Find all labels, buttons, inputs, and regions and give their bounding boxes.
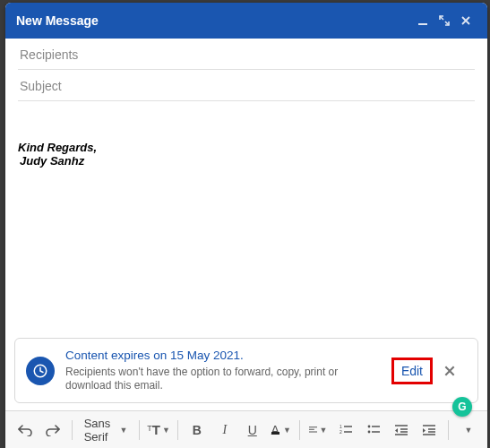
undo-icon — [18, 424, 32, 436]
align-button[interactable]: ▼ — [305, 418, 331, 443]
chevron-down-icon: ▼ — [119, 426, 127, 435]
align-left-icon — [309, 425, 317, 435]
recipients-row[interactable] — [18, 39, 475, 70]
grammarly-icon: G — [458, 401, 466, 413]
redo-icon — [46, 424, 60, 436]
confidential-edit-button[interactable]: Edit — [391, 358, 433, 384]
confidential-dismiss-button[interactable] — [443, 365, 467, 377]
bulleted-list-icon — [367, 425, 380, 435]
expand-icon — [439, 15, 450, 26]
close-button[interactable] — [455, 10, 477, 31]
bold-button[interactable]: B — [185, 418, 210, 443]
close-icon — [460, 15, 471, 26]
indent-less-button[interactable] — [389, 418, 414, 443]
font-family-label: Sans Serif — [84, 417, 115, 444]
chevron-down-icon: ▼ — [319, 426, 327, 435]
underline-button[interactable]: U — [240, 418, 265, 443]
svg-rect-0 — [418, 23, 427, 25]
bulleted-list-button[interactable] — [361, 418, 386, 443]
svg-point-5 — [368, 430, 371, 433]
message-body[interactable]: Kind Regards, Judy Sanhz — [5, 101, 487, 338]
minimize-icon — [417, 15, 428, 26]
confidential-mode-banner: Content expires on 15 May 2021. Recipien… — [14, 338, 478, 403]
subject-input[interactable] — [20, 79, 473, 93]
text-color-button[interactable]: A ▼ — [268, 418, 293, 443]
svg-point-4 — [368, 425, 371, 427]
compose-titlebar: New Message — [5, 3, 487, 39]
italic-button[interactable]: I — [212, 418, 237, 443]
chevron-down-icon: ▼ — [465, 426, 473, 435]
recipients-input[interactable] — [20, 47, 473, 62]
clock-lock-icon — [32, 363, 48, 379]
compose-window: New Message Kind Regards, Judy Sanhz — [5, 3, 487, 448]
numbered-list-icon: 12 — [340, 425, 352, 435]
fullscreen-button[interactable] — [434, 10, 455, 31]
confidential-icon — [26, 357, 55, 385]
chevron-down-icon: ▼ — [283, 426, 291, 435]
subject-row[interactable] — [18, 70, 475, 101]
indent-increase-icon — [423, 425, 435, 435]
numbered-list-button[interactable]: 12 — [333, 418, 358, 443]
minimize-button[interactable] — [412, 10, 434, 31]
undo-button[interactable] — [13, 418, 38, 443]
grammarly-badge[interactable]: G — [452, 397, 472, 417]
indent-more-button[interactable] — [417, 418, 442, 443]
confidential-title: Content expires on 15 May 2021. — [65, 348, 381, 364]
more-formatting-button[interactable]: ▼ — [455, 418, 480, 443]
signature-line-2: Judy Sanhz — [20, 154, 475, 168]
confidential-text: Content expires on 15 May 2021. Recipien… — [65, 348, 381, 393]
font-family-select[interactable]: Sans Serif ▼ — [79, 417, 133, 444]
svg-text:2: 2 — [340, 429, 342, 435]
indent-decrease-icon — [395, 425, 408, 435]
formatting-toolbar: Sans Serif ▼ TT ▼ B I U A ▼ ▼ 12 — [5, 410, 487, 448]
confidential-desc: Recipients won't have the option to forw… — [65, 366, 381, 393]
signature-line-1: Kind Regards, — [18, 141, 475, 154]
redo-button[interactable] — [40, 418, 65, 443]
header-fields — [5, 39, 487, 101]
chevron-down-icon: ▼ — [162, 426, 170, 435]
font-size-button[interactable]: TT ▼ — [146, 418, 171, 443]
window-title: New Message — [16, 13, 99, 28]
close-icon — [443, 365, 456, 377]
